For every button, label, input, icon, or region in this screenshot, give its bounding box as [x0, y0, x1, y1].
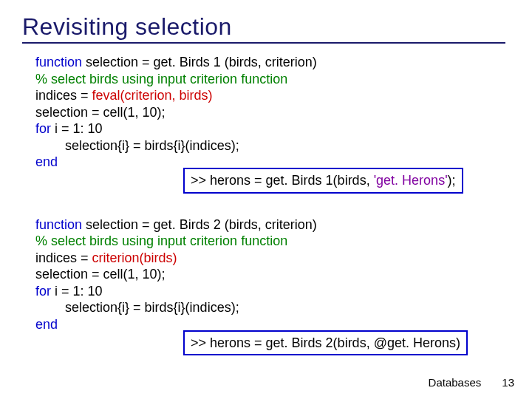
example-text: >> herons = get. Birds 1(birds,: [191, 173, 374, 188]
code-block-1: function selection = get. Birds 1 (birds…: [35, 54, 510, 171]
code-text: i = 1: 10: [55, 121, 103, 136]
code-line: selection{i} = birds{i}(indices);: [35, 299, 510, 316]
code-text: selection = get. Birds 2 (birds, criteri…: [86, 217, 317, 232]
code-line: indices = feval(criterion, birds): [35, 87, 510, 104]
code-text: indices =: [35, 250, 92, 265]
code-line: selection = cell(1, 10);: [35, 266, 510, 283]
title-underline: [22, 42, 505, 44]
keyword-function: function: [35, 55, 86, 69]
slide-footer: Databases13: [429, 376, 514, 389]
code-comment: % select birds using input criterion fun…: [35, 233, 510, 250]
slide-title: Revisiting selection: [22, 13, 510, 41]
code-line: indices = criterion(birds): [35, 250, 510, 267]
string-literal: 'get. Herons': [374, 173, 448, 188]
code-text: selection = get. Birds 1 (birds, criteri…: [86, 55, 317, 69]
code-block-2: function selection = get. Birds 2 (birds…: [35, 216, 510, 333]
code-line: selection{i} = birds{i}(indices);: [35, 137, 510, 154]
example-box-1: >> herons = get. Birds 1(birds, 'get. He…: [183, 168, 463, 194]
page-number: 13: [502, 376, 514, 389]
code-line: for i = 1: 10: [35, 283, 510, 300]
example-text: );: [448, 173, 456, 188]
code-line: for i = 1: 10: [35, 120, 510, 137]
footer-label: Databases: [429, 376, 482, 389]
keyword-function: function: [35, 217, 86, 232]
example-text: >> herons = get. Birds 2(birds, @get. He…: [191, 335, 460, 350]
keyword-for: for: [35, 121, 55, 136]
keyword-for: for: [35, 284, 55, 299]
feval-call: feval(criterion, birds): [92, 88, 213, 103]
code-line: function selection = get. Birds 1 (birds…: [35, 54, 510, 71]
example-box-2: >> herons = get. Birds 2(birds, @get. He…: [183, 330, 468, 356]
code-comment: % select birds using input criterion fun…: [35, 71, 510, 88]
code-text: indices =: [35, 88, 92, 103]
code-text: i = 1: 10: [55, 284, 103, 299]
criterion-call: criterion(birds): [92, 250, 177, 265]
code-line: selection = cell(1, 10);: [35, 104, 510, 121]
code-line: function selection = get. Birds 2 (birds…: [35, 216, 510, 233]
